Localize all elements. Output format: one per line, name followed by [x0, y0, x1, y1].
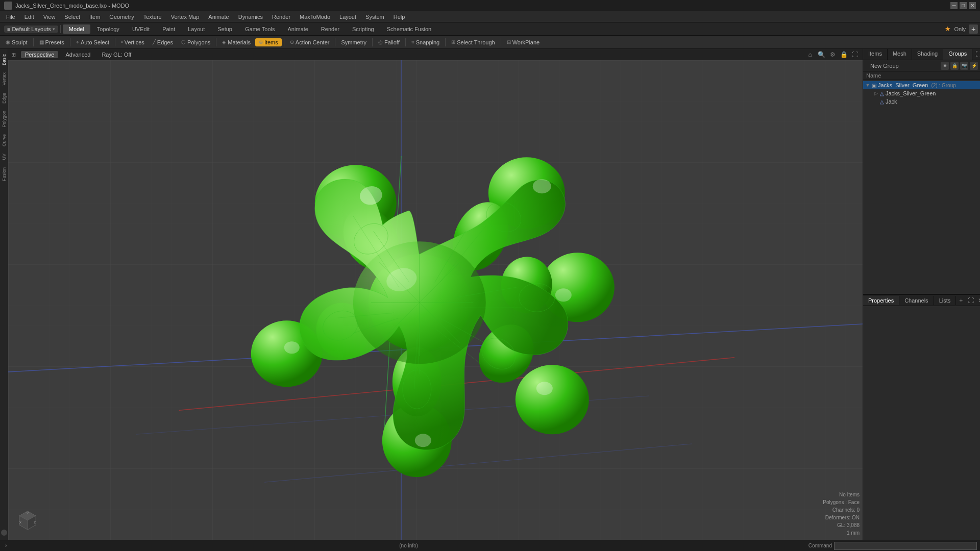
mode-tab-model[interactable]: Model [63, 24, 90, 34]
rbp-expand-icon[interactable]: ⛶ [966, 295, 976, 306]
menu-animate[interactable]: Animate [204, 13, 233, 21]
status-deformers: Deformers: ON [823, 514, 860, 521]
left-tab-polygon[interactable]: Polygon [1, 108, 8, 131]
tree-expand-arrow-2[interactable]: ▷ [873, 91, 878, 96]
svg-point-49 [284, 341, 300, 354]
sculpt-button[interactable]: ◉ Sculpt [2, 38, 31, 46]
menu-edit[interactable]: Edit [20, 13, 38, 21]
left-tab-extra-button[interactable] [1, 530, 7, 536]
command-input[interactable] [834, 542, 977, 550]
menu-help[interactable]: Help [389, 13, 409, 21]
menu-geometry[interactable]: Geometry [105, 13, 138, 21]
left-tab-edge[interactable]: Edge [1, 90, 8, 107]
status-left-arrow[interactable]: › [3, 543, 9, 548]
vertices-icon: • [121, 39, 123, 45]
tree-item-jack[interactable]: △ Jack [871, 97, 980, 106]
mode-tab-schematic-fusion[interactable]: Schematic Fusion [381, 24, 437, 34]
falloff-icon: ◎ [378, 39, 383, 45]
presets-button[interactable]: ▦ Presets [36, 38, 68, 46]
mode-tab-game-tools[interactable]: Game Tools [239, 24, 281, 34]
advanced-button[interactable]: Advanced [61, 51, 94, 58]
mode-tab-setup[interactable]: Setup [211, 24, 238, 34]
mode-tab-paint[interactable]: Paint [156, 24, 181, 34]
left-tab-basic[interactable]: Basic [1, 51, 8, 68]
menu-maxtomodo[interactable]: MaxToModo [296, 13, 334, 21]
add-layout-button[interactable]: + [969, 24, 978, 34]
expand-viewport-icon[interactable]: ⊞ [11, 52, 16, 58]
rp-eye-icon[interactable]: 👁 [941, 62, 949, 70]
snapping-label: Snapping [416, 39, 440, 45]
scene-tree[interactable]: ▼ ▣ Jacks_Silver_Green (2) : Group ▷ △ J… [863, 80, 980, 294]
left-tab-curve[interactable]: Curve [1, 131, 8, 149]
viewport-lock-icon[interactable]: 🔒 [839, 50, 848, 59]
separator [405, 38, 406, 46]
rp-camera-icon[interactable]: 📷 [960, 62, 968, 70]
rp-lock-icon[interactable]: 🔒 [950, 62, 959, 70]
mode-tab-render[interactable]: Render [315, 24, 346, 34]
layout-dropdown[interactable]: ≡ Default Layouts ▾ [4, 26, 58, 33]
rp-tab-shading[interactable]: Shading [912, 49, 943, 60]
falloff-label: Falloff [384, 39, 400, 45]
tree-item-jacks[interactable]: ▷ △ Jacks_Silver_Green [871, 89, 980, 97]
snapping-button[interactable]: ⌗ Snapping [408, 38, 444, 46]
mode-tab-layout[interactable]: Layout [182, 24, 211, 34]
rp-light-icon[interactable]: ⚡ [970, 62, 978, 70]
rbp-tab-channels[interactable]: Channels [899, 296, 934, 305]
polygons-button[interactable]: ⬡ Polygons [178, 38, 214, 46]
left-tab-vertex[interactable]: Vertex [1, 69, 8, 89]
materials-button[interactable]: ◈ Materials [218, 38, 254, 46]
menu-system[interactable]: System [361, 13, 388, 21]
viewport-canvas[interactable]: Y Z X No Items Polygons : Face Channels:… [8, 60, 863, 540]
modebar-right: ★ Only + [945, 24, 978, 34]
window-controls[interactable]: ─ □ ✕ [950, 2, 976, 9]
viewport-home-icon[interactable]: ⌂ [805, 50, 815, 59]
new-group-button[interactable]: New Group [867, 62, 902, 69]
separator [33, 38, 34, 46]
rp-tab-groups[interactable]: Groups [943, 49, 972, 60]
separator [335, 38, 335, 46]
menu-vertex-map[interactable]: Vertex Map [167, 13, 204, 21]
rbp-plus-button[interactable]: + [956, 295, 966, 306]
viewport-3d[interactable]: ⊞ Perspective Advanced Ray GL: Off ⌂ 🔍 ⚙… [8, 49, 863, 540]
menu-item[interactable]: Item [85, 13, 104, 21]
menu-render[interactable]: Render [268, 13, 295, 21]
menu-file[interactable]: File [2, 13, 19, 21]
right-panel-toolbar: New Group 👁 🔒 📷 ⚡ [863, 60, 980, 71]
tree-item-root[interactable]: ▼ ▣ Jacks_Silver_Green (2) : Group [863, 81, 980, 89]
perspective-button[interactable]: Perspective [21, 51, 58, 58]
select-through-button[interactable]: ⊞ Select Through [448, 38, 498, 46]
items-button[interactable]: ⊕ Items [255, 38, 282, 46]
rbp-close-icon[interactable]: ✕ [976, 295, 980, 306]
action-center-button[interactable]: ⊙ Action Center [286, 38, 333, 46]
viewport-maximize-icon[interactable]: ⛶ [850, 50, 860, 59]
minimize-button[interactable]: ─ [950, 2, 958, 9]
menu-texture[interactable]: Texture [139, 13, 166, 21]
ray-gl-button[interactable]: Ray GL: Off [97, 51, 135, 58]
menu-view[interactable]: View [39, 13, 60, 21]
mode-tab-uvedit[interactable]: UVEdit [126, 24, 156, 34]
rp-tab-items[interactable]: Items [863, 49, 888, 60]
rp-tab-mesh[interactable]: Mesh ... [888, 49, 912, 60]
vertices-button[interactable]: • Vertices [117, 38, 148, 46]
tree-expand-arrow[interactable]: ▼ [865, 83, 870, 88]
left-tab-fusion[interactable]: Fusion [1, 164, 8, 184]
mode-tab-scripting[interactable]: Scripting [346, 24, 380, 34]
left-tab-uv[interactable]: UV [1, 151, 8, 163]
symmetry-button[interactable]: Symmetry [337, 38, 370, 46]
maximize-button[interactable]: □ [960, 2, 967, 9]
workplane-button[interactable]: ⊟ WorkPlane [503, 38, 544, 46]
edges-button[interactable]: ╱ Edges [149, 38, 177, 46]
viewport-search-icon[interactable]: 🔍 [817, 50, 826, 59]
menu-layout[interactable]: Layout [335, 13, 360, 21]
close-button[interactable]: ✕ [969, 2, 976, 9]
auto-select-button[interactable]: ⌖ Auto Select [72, 38, 113, 46]
rbp-tab-lists[interactable]: Lists [934, 296, 957, 305]
mode-tab-topology[interactable]: Topology [91, 24, 126, 34]
rbp-tab-properties[interactable]: Properties [863, 296, 899, 305]
viewport-settings-icon[interactable]: ⚙ [828, 50, 837, 59]
menu-select[interactable]: Select [60, 13, 84, 21]
menu-dynamics[interactable]: Dynamics [234, 13, 267, 21]
mode-tab-animate[interactable]: Animate [281, 24, 314, 34]
rp-panel-expand[interactable]: ⛶ [972, 49, 980, 60]
falloff-button[interactable]: ◎ Falloff [375, 38, 403, 46]
